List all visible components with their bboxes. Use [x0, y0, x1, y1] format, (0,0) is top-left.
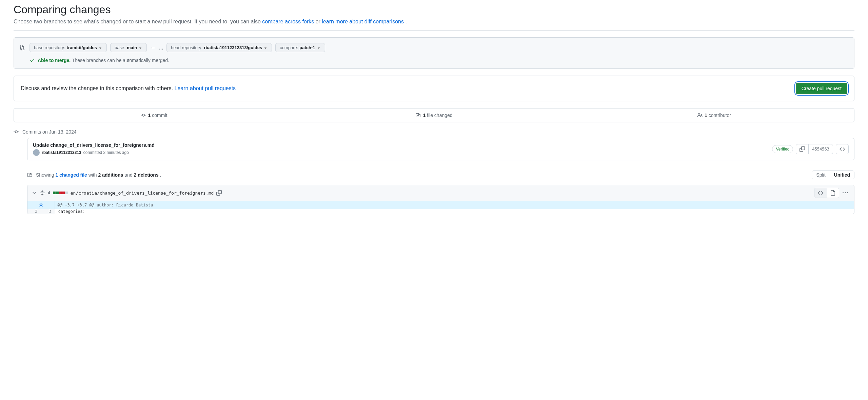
- able-to-merge-label: Able to merge.: [38, 58, 71, 63]
- merge-text: Able to merge. These branches can be aut…: [38, 58, 169, 63]
- compare-value: patch-1: [299, 45, 315, 50]
- showing-bar: Showing 1 changed file with 2 additions …: [14, 171, 854, 179]
- file-path[interactable]: en/croatia/change_of_drivers_license_for…: [71, 191, 214, 196]
- showing-text: Showing 1 changed file with 2 additions …: [27, 172, 161, 178]
- stat-commits[interactable]: 1 commit: [14, 108, 294, 122]
- copy-path-icon[interactable]: [216, 190, 222, 196]
- unified-view-button[interactable]: Unified: [830, 171, 854, 179]
- commit-label: commit: [151, 113, 167, 118]
- subtitle-text-3: .: [405, 19, 407, 24]
- compare-label: compare:: [280, 45, 298, 50]
- commit-title[interactable]: Update change_of_drivers_license_for_for…: [33, 142, 155, 148]
- compare-container: base repository: tramitit/guides base: m…: [14, 37, 854, 69]
- expand-cell[interactable]: [27, 201, 55, 209]
- and-text: and: [124, 172, 134, 178]
- learn-pr-link[interactable]: Learn about pull requests: [175, 85, 236, 91]
- code-icon: [840, 146, 845, 152]
- commit-box: Update change_of_drivers_license_for_for…: [27, 138, 854, 160]
- diff-square-add: [53, 192, 56, 194]
- period: .: [160, 172, 161, 178]
- stat-contributors[interactable]: 1 contributor: [574, 108, 854, 122]
- sha-link-button[interactable]: 4554563: [809, 144, 833, 154]
- file-header: 4 en/croatia/change_of_drivers_license_f…: [27, 185, 854, 201]
- deletions-count: 2 deletions: [134, 172, 159, 178]
- commit-icon: [141, 113, 146, 118]
- new-line-num[interactable]: 3: [41, 209, 55, 214]
- commit-left: Update change_of_drivers_license_for_for…: [33, 142, 155, 156]
- ellipsis: ...: [159, 45, 163, 51]
- head-repo-value: rbatista19112312313/guides: [204, 45, 262, 50]
- with-text: with: [88, 172, 98, 178]
- table-row: 3 3 categories:: [27, 209, 854, 214]
- code-cell: categories:: [55, 209, 854, 214]
- base-value: main: [127, 45, 137, 50]
- contributor-label: contributor: [707, 113, 731, 118]
- chevron-down-icon: [98, 45, 102, 50]
- diff-table: @@ -3,7 +3,7 @@ author: Ricardo Batista …: [27, 201, 854, 214]
- compare-branch-dropdown[interactable]: compare: patch-1: [275, 43, 325, 52]
- file-header-left: 4 en/croatia/change_of_drivers_license_f…: [32, 190, 222, 196]
- rendered-view-button[interactable]: [827, 188, 839, 198]
- old-line-num[interactable]: 3: [27, 209, 41, 214]
- hunk-header-row: @@ -3,7 +3,7 @@ author: Ricardo Batista: [27, 201, 854, 209]
- branch-select-row: base repository: tramitit/guides base: m…: [19, 43, 849, 52]
- expand-all-icon[interactable]: [40, 190, 45, 196]
- base-branch-dropdown[interactable]: base: main: [110, 43, 147, 52]
- chevron-down-icon: [317, 45, 321, 50]
- kebab-menu-button[interactable]: [841, 188, 850, 198]
- browse-repo-button[interactable]: [836, 144, 849, 154]
- create-pull-request-button[interactable]: Create pull request: [796, 83, 847, 94]
- arrow-left-icon: ←: [150, 45, 156, 51]
- collapse-icon[interactable]: [32, 190, 37, 196]
- commit-author[interactable]: rbatista19112312313: [42, 150, 81, 155]
- base-repo-dropdown[interactable]: base repository: tramitit/guides: [29, 43, 107, 52]
- head-repo-dropdown[interactable]: head repository: rbatista19112312313/gui…: [166, 43, 272, 52]
- copy-sha-button[interactable]: [796, 144, 809, 154]
- verified-badge[interactable]: Verified: [772, 145, 793, 153]
- subtitle-text-2: or: [316, 19, 322, 24]
- subtitle-text-1: Choose two branches to see what's change…: [14, 19, 262, 24]
- avatar[interactable]: [33, 149, 40, 156]
- diff-square-del: [59, 192, 62, 194]
- commit-marker-icon: [14, 129, 19, 135]
- file-box: 4 en/croatia/change_of_drivers_license_f…: [27, 185, 854, 214]
- file-diff-icon: [27, 172, 34, 178]
- compare-forks-link[interactable]: compare across forks: [262, 19, 314, 24]
- changed-file-link[interactable]: 1 changed file: [55, 172, 87, 178]
- contributor-count: 1: [705, 113, 707, 118]
- git-compare-icon: [19, 45, 25, 51]
- commit-right: Verified 4554563: [772, 144, 849, 154]
- split-view-button[interactable]: Split: [812, 171, 830, 179]
- base-label: base:: [115, 45, 125, 50]
- diff-square-del: [62, 192, 65, 194]
- diff-square-neutral: [65, 192, 68, 194]
- people-icon: [697, 113, 703, 118]
- chevron-down-icon: [138, 45, 142, 50]
- discuss-text: Discuss and review the changes in this c…: [21, 85, 236, 92]
- hunk-header-text: @@ -3,7 +3,7 @@ author: Ricardo Batista: [55, 201, 854, 209]
- page-title: Comparing changes: [14, 3, 854, 16]
- commits-date-label: Commits on Jun 13, 2024: [22, 129, 77, 135]
- stats-box: 1 commit 1 file changed 1 contributor: [14, 108, 854, 122]
- commits-header: Commits on Jun 13, 2024: [14, 129, 854, 135]
- commit-meta: rbatista19112312313 committed 2 minutes …: [33, 149, 155, 156]
- code-icon: [818, 190, 823, 196]
- learn-diff-link[interactable]: learn more about diff comparisons: [322, 19, 404, 24]
- check-icon: [29, 58, 35, 63]
- file-header-right: [814, 188, 850, 198]
- showing-prefix: Showing: [36, 172, 56, 178]
- base-repo-label: base repository:: [34, 45, 65, 50]
- view-mode-toggle: [814, 188, 839, 198]
- additions-count: 2 additions: [98, 172, 123, 178]
- file-icon: [830, 190, 835, 196]
- divider: [14, 30, 854, 31]
- commit-time: committed 2 minutes ago: [83, 150, 129, 155]
- stat-files[interactable]: 1 file changed: [294, 108, 574, 122]
- discuss-box: Discuss and review the changes in this c…: [14, 76, 854, 101]
- diff-squares: [53, 192, 68, 194]
- source-view-button[interactable]: [814, 188, 827, 198]
- merge-status: Able to merge. These branches can be aut…: [19, 58, 849, 63]
- discuss-prefix: Discuss and review the changes in this c…: [21, 85, 175, 91]
- sha-button-group: 4554563: [796, 144, 833, 154]
- head-repo-label: head repository:: [171, 45, 202, 50]
